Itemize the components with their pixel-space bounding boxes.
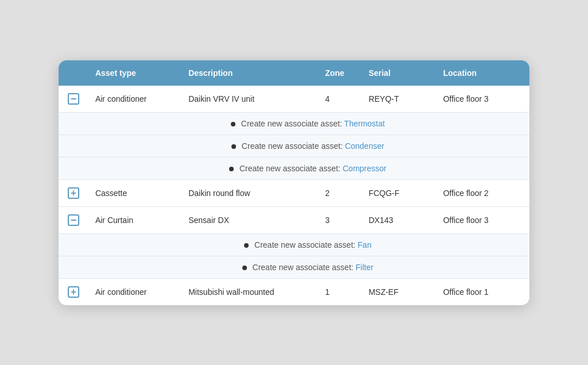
toggle-cell[interactable]: − <box>59 206 88 233</box>
cell-serial: DX143 <box>362 206 436 233</box>
sub-row-label: Create new associate asset: <box>254 240 358 249</box>
table-row: −Air conditionerDaikin VRV IV unit4REYQ-… <box>59 86 529 113</box>
bullet-icon <box>231 122 235 126</box>
cell-zone: 1 <box>318 278 362 305</box>
cell-zone: 3 <box>318 206 362 233</box>
sub-row-cell: Create new associate asset: Filter <box>59 256 529 278</box>
associate-asset-link[interactable]: Thermostat <box>344 119 385 128</box>
expand-button[interactable]: + <box>68 286 79 298</box>
toggle-cell[interactable]: + <box>59 278 88 305</box>
table-row: +Air conditionerMitsubishi wall-mounted1… <box>59 278 529 305</box>
table-header-row: Asset type Description Zone Serial Locat… <box>59 60 529 86</box>
associate-asset-link[interactable]: Condenser <box>345 141 385 151</box>
cell-description: Sensair DX <box>181 206 318 233</box>
cell-asset_type: Air conditioner <box>88 278 181 305</box>
col-header-toggle <box>59 60 88 86</box>
col-header-description: Description <box>181 60 318 86</box>
cell-asset_type: Cassette <box>88 179 181 206</box>
table-row: −Air CurtainSensair DX3DX143Office floor… <box>59 206 529 233</box>
cell-description: Mitsubishi wall-mounted <box>181 278 318 305</box>
bullet-icon <box>229 167 234 171</box>
bullet-icon <box>244 243 249 248</box>
cell-location: Office floor 3 <box>436 206 529 233</box>
cell-location: Office floor 3 <box>436 86 529 113</box>
collapse-button[interactable]: − <box>68 214 79 226</box>
cell-description: Daikin round flow <box>181 179 318 206</box>
sub-row: Create new associate asset: Condenser <box>59 135 529 157</box>
bullet-icon <box>242 266 247 270</box>
sub-row: Create new associate asset: Fan <box>59 233 529 256</box>
cell-location: Office floor 2 <box>436 179 529 206</box>
expand-button[interactable]: + <box>68 187 79 199</box>
cell-zone: 4 <box>318 86 362 113</box>
sub-row-label: Create new associate asset: <box>242 141 345 151</box>
cell-location: Office floor 1 <box>436 278 529 305</box>
associate-asset-link[interactable]: Compressor <box>343 164 386 173</box>
sub-row-cell: Create new associate asset: Fan <box>59 233 529 256</box>
cell-asset_type: Air conditioner <box>88 86 181 113</box>
col-header-asset-type: Asset type <box>88 60 181 86</box>
col-header-serial: Serial <box>362 60 436 86</box>
asset-table: Asset type Description Zone Serial Locat… <box>59 60 529 305</box>
col-header-location: Location <box>436 60 529 86</box>
associate-asset-link[interactable]: Fan <box>358 240 372 249</box>
sub-row-cell: Create new associate asset: Compressor <box>59 157 529 179</box>
cell-serial: FCQG-F <box>362 179 436 206</box>
asset-table-card: Asset type Description Zone Serial Locat… <box>59 60 529 305</box>
sub-row: Create new associate asset: Thermostat <box>59 112 529 135</box>
cell-description: Daikin VRV IV unit <box>181 86 318 113</box>
cell-serial: MSZ-EF <box>362 278 436 305</box>
collapse-button[interactable]: − <box>68 93 79 105</box>
toggle-cell[interactable]: + <box>59 179 88 206</box>
col-header-zone: Zone <box>318 60 362 86</box>
toggle-cell[interactable]: − <box>59 86 88 113</box>
associate-asset-link[interactable]: Filter <box>355 263 373 272</box>
sub-row-label: Create new associate asset: <box>253 263 356 272</box>
sub-row: Create new associate asset: Filter <box>59 256 529 278</box>
bullet-icon <box>231 144 236 149</box>
sub-row-label: Create new associate asset: <box>241 119 345 128</box>
sub-row-cell: Create new associate asset: Condenser <box>59 135 529 157</box>
sub-row-cell: Create new associate asset: Thermostat <box>59 112 529 135</box>
sub-row-label: Create new associate asset: <box>239 164 343 173</box>
cell-zone: 2 <box>318 179 362 206</box>
sub-row: Create new associate asset: Compressor <box>59 157 529 179</box>
table-row: +CassetteDaikin round flow2FCQG-FOffice … <box>59 179 529 206</box>
cell-serial: REYQ-T <box>362 86 436 113</box>
cell-asset_type: Air Curtain <box>88 206 181 233</box>
table-body: −Air conditionerDaikin VRV IV unit4REYQ-… <box>59 86 529 305</box>
